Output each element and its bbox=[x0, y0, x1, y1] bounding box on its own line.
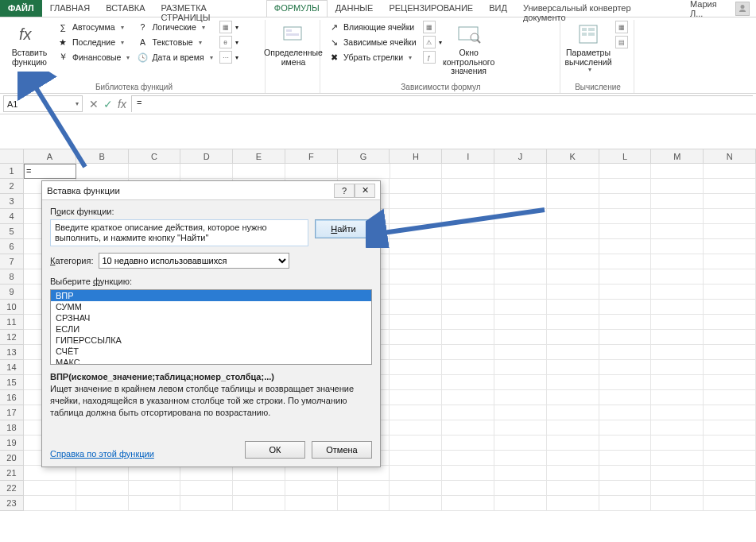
cell[interactable] bbox=[599, 164, 652, 179]
datetime-button[interactable]: 🕓Дата и время bbox=[134, 50, 215, 64]
cell[interactable] bbox=[651, 239, 704, 254]
cell[interactable] bbox=[651, 285, 704, 300]
calc-now-button[interactable]: ▦ bbox=[613, 20, 630, 34]
tab-converter[interactable]: Универсальный конвертер документо bbox=[515, 0, 684, 17]
function-list-item[interactable]: ВПР bbox=[51, 290, 371, 301]
cell[interactable] bbox=[599, 481, 652, 496]
row-header[interactable]: 6 bbox=[0, 239, 24, 254]
cell[interactable] bbox=[129, 164, 181, 179]
cell[interactable] bbox=[651, 269, 704, 285]
cell[interactable] bbox=[390, 269, 442, 285]
cell[interactable] bbox=[180, 496, 233, 511]
dialog-help-button[interactable]: ? bbox=[334, 184, 355, 198]
lookup-ext-2[interactable]: θ▾ bbox=[217, 35, 241, 49]
cell[interactable] bbox=[76, 466, 129, 481]
logical-button[interactable]: ?Логические bbox=[134, 20, 215, 34]
cell[interactable] bbox=[390, 360, 442, 375]
function-list-item[interactable]: СУММ bbox=[51, 301, 371, 312]
search-input[interactable]: Введите краткое описание действия, котор… bbox=[50, 219, 308, 246]
cell[interactable] bbox=[442, 375, 494, 390]
cell[interactable] bbox=[494, 164, 547, 179]
cell[interactable] bbox=[704, 405, 756, 420]
cell[interactable] bbox=[651, 345, 704, 360]
cell[interactable] bbox=[494, 496, 547, 511]
cell[interactable] bbox=[442, 300, 494, 315]
cell[interactable] bbox=[338, 481, 390, 496]
cell[interactable] bbox=[599, 300, 652, 315]
tab-file[interactable]: ФАЙЛ bbox=[0, 0, 42, 17]
dialog-titlebar[interactable]: Вставка функции ? ✕ bbox=[42, 181, 380, 200]
cell[interactable] bbox=[599, 315, 652, 330]
cell[interactable] bbox=[494, 239, 547, 254]
cell[interactable] bbox=[599, 224, 652, 239]
cell[interactable] bbox=[442, 436, 494, 451]
cell[interactable] bbox=[442, 194, 494, 209]
row-header[interactable]: 1 bbox=[0, 164, 24, 179]
cell[interactable] bbox=[338, 164, 390, 179]
cell[interactable] bbox=[651, 405, 704, 420]
cell[interactable] bbox=[494, 194, 547, 209]
cell[interactable] bbox=[599, 194, 652, 209]
cell[interactable] bbox=[704, 451, 756, 466]
calc-options-button[interactable]: Параметры вычислений bbox=[565, 20, 611, 81]
cell[interactable] bbox=[494, 405, 547, 420]
row-header[interactable]: 7 bbox=[0, 254, 24, 269]
cell[interactable] bbox=[547, 285, 599, 300]
name-box[interactable]: A1 ▾ bbox=[3, 95, 83, 112]
cell[interactable] bbox=[390, 420, 442, 436]
cell[interactable] bbox=[547, 209, 599, 224]
cell[interactable] bbox=[390, 330, 442, 345]
cell[interactable] bbox=[547, 420, 599, 436]
cell[interactable] bbox=[233, 466, 285, 481]
cell[interactable] bbox=[547, 315, 599, 330]
cell[interactable] bbox=[651, 179, 704, 194]
defined-names-button[interactable]: Определенные имена bbox=[270, 20, 316, 81]
cell[interactable] bbox=[599, 451, 652, 466]
cell[interactable] bbox=[704, 224, 756, 239]
cell[interactable] bbox=[704, 345, 756, 360]
col-header[interactable]: H bbox=[390, 149, 442, 163]
cell[interactable] bbox=[704, 420, 756, 436]
cell[interactable] bbox=[390, 345, 442, 360]
cell[interactable] bbox=[547, 496, 599, 511]
row-header[interactable]: 20 bbox=[0, 451, 24, 466]
cell[interactable] bbox=[390, 496, 442, 511]
row-header[interactable]: 22 bbox=[0, 481, 24, 496]
cell[interactable] bbox=[599, 254, 652, 269]
cell[interactable] bbox=[442, 405, 494, 420]
cell[interactable] bbox=[599, 239, 652, 254]
col-header[interactable]: N bbox=[704, 149, 756, 163]
cell[interactable] bbox=[390, 300, 442, 315]
cell[interactable] bbox=[651, 224, 704, 239]
cell[interactable] bbox=[285, 496, 338, 511]
cell[interactable] bbox=[651, 300, 704, 315]
cell[interactable] bbox=[390, 405, 442, 420]
cancel-button[interactable]: Отмена bbox=[312, 441, 372, 459]
cell[interactable] bbox=[442, 239, 494, 254]
cell[interactable] bbox=[599, 285, 652, 300]
cell[interactable] bbox=[338, 496, 390, 511]
cell[interactable] bbox=[704, 209, 756, 224]
cell[interactable] bbox=[651, 315, 704, 330]
name-box-dropdown-icon[interactable]: ▾ bbox=[76, 100, 79, 107]
autosum-button[interactable]: ∑Автосумма bbox=[54, 20, 132, 34]
cell[interactable] bbox=[651, 481, 704, 496]
cell[interactable] bbox=[442, 330, 494, 345]
cell[interactable] bbox=[599, 420, 652, 436]
row-header[interactable]: 17 bbox=[0, 405, 24, 420]
cell[interactable] bbox=[599, 436, 652, 451]
cell[interactable] bbox=[442, 360, 494, 375]
cell[interactable] bbox=[599, 405, 652, 420]
cell[interactable] bbox=[547, 330, 599, 345]
row-header[interactable]: 16 bbox=[0, 390, 24, 405]
cell[interactable] bbox=[494, 466, 547, 481]
category-select[interactable]: 10 недавно использовавшихся bbox=[99, 253, 289, 269]
cell[interactable] bbox=[442, 269, 494, 285]
cell[interactable] bbox=[442, 224, 494, 239]
cell[interactable] bbox=[494, 375, 547, 390]
cell[interactable] bbox=[704, 300, 756, 315]
cell[interactable] bbox=[285, 481, 338, 496]
tab-data[interactable]: ДАННЫЕ bbox=[328, 0, 382, 17]
col-header[interactable]: D bbox=[180, 149, 233, 163]
cell[interactable] bbox=[442, 179, 494, 194]
